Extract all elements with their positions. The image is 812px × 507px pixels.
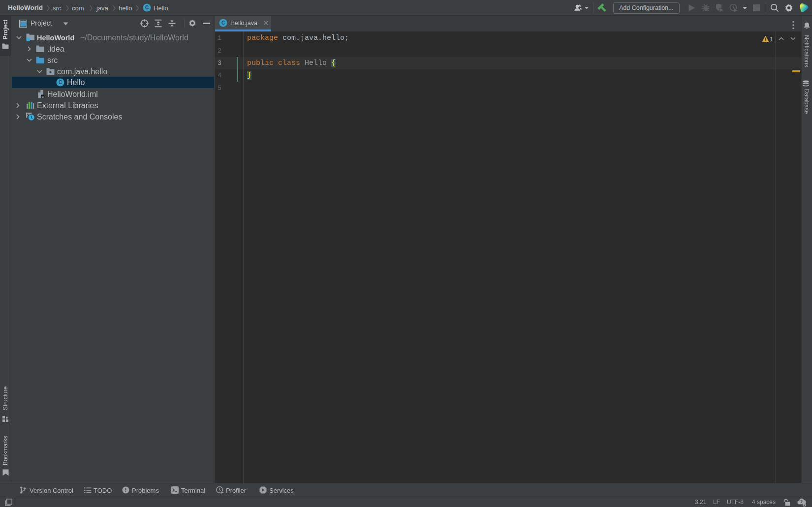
svg-text:C: C	[59, 80, 62, 85]
svg-text:?: ?	[800, 499, 803, 504]
svg-text:C: C	[221, 20, 225, 26]
svg-text:C: C	[145, 5, 149, 10]
